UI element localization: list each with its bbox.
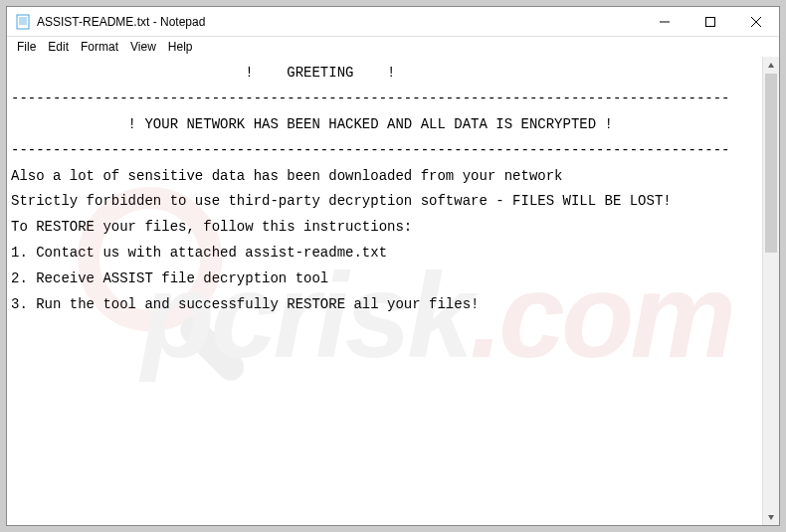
menubar: File Edit Format View Help: [7, 37, 779, 57]
text-line: Also a lot of sensitive data has been do…: [11, 164, 758, 190]
window-title: ASSIST-README.txt - Notepad: [37, 15, 642, 29]
minimize-button[interactable]: [642, 7, 688, 36]
menu-file[interactable]: File: [11, 38, 42, 56]
text-line: To RESTORE your files, follow this instr…: [11, 215, 758, 241]
window-controls: [642, 7, 779, 36]
text-line: ! YOUR NETWORK HAS BEEN HACKED AND ALL D…: [11, 112, 758, 138]
svg-rect-10: [175, 311, 250, 386]
text-editor[interactable]: ! GREETING !----------------------------…: [7, 57, 762, 525]
maximize-button[interactable]: [688, 7, 733, 36]
text-line: 3. Run the tool and successfully RESTORE…: [11, 292, 758, 318]
titlebar: ASSIST-README.txt - Notepad: [7, 7, 779, 37]
close-button[interactable]: [733, 7, 779, 36]
svg-marker-11: [768, 63, 774, 68]
scroll-down-button[interactable]: [763, 508, 779, 525]
menu-view[interactable]: View: [124, 38, 162, 56]
menu-format[interactable]: Format: [75, 38, 124, 56]
text-line: 1. Contact us with attached assist-readm…: [11, 241, 758, 266]
svg-rect-6: [706, 17, 715, 26]
notepad-icon: [15, 14, 31, 30]
text-line: 2. Receive ASSIST file decryption tool: [11, 266, 758, 292]
text-line: ----------------------------------------…: [11, 87, 758, 112]
content-area: ! GREETING !----------------------------…: [7, 57, 779, 525]
menu-edit[interactable]: Edit: [42, 38, 75, 56]
notepad-window: ASSIST-README.txt - Notepad File Edit Fo…: [6, 6, 780, 526]
scroll-up-button[interactable]: [763, 57, 779, 74]
scroll-thumb[interactable]: [765, 74, 777, 253]
text-line: Strictly forbidden to use third-party de…: [11, 189, 758, 215]
svg-marker-12: [768, 515, 774, 520]
menu-help[interactable]: Help: [162, 38, 199, 56]
vertical-scrollbar[interactable]: [762, 57, 779, 525]
text-line: ! GREETING !: [11, 61, 758, 87]
text-line: ----------------------------------------…: [11, 138, 758, 164]
